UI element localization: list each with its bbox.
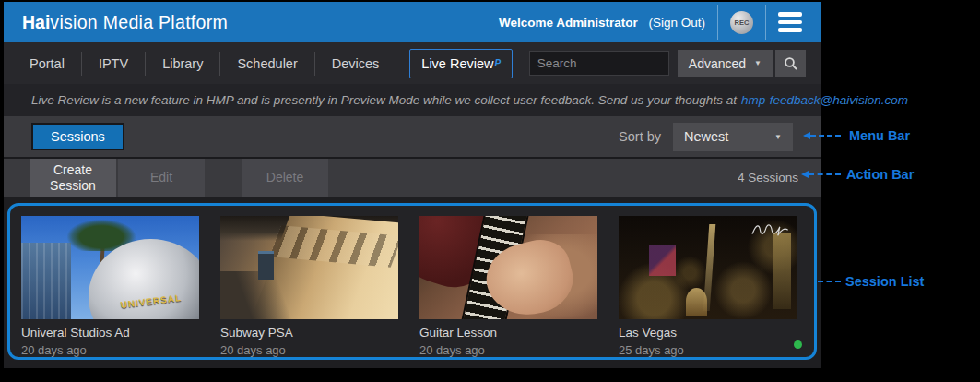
session-age: 20 days ago: [220, 343, 398, 357]
action-bar-callout-arrow: [809, 173, 841, 175]
session-card-guitar[interactable]: Guitar Lesson 20 days ago: [419, 216, 597, 357]
session-title: Las Vegas: [619, 326, 797, 340]
universal-studios-thumbnail[interactable]: UNIVERSAL: [21, 216, 199, 319]
create-session-button[interactable]: Create Session: [30, 159, 116, 197]
session-list-panel: UNIVERSAL Univeral Studios Ad 20 days ag…: [7, 203, 817, 360]
nav-divider: [396, 52, 396, 76]
session-list-callout-line: [818, 281, 841, 282]
welcome-text: Welcome Administrator: [499, 16, 638, 30]
topbar-divider: [717, 5, 718, 40]
topbar-divider: [765, 5, 766, 40]
sort-value: Newest: [684, 129, 728, 144]
preview-flag: P: [495, 58, 502, 68]
session-age: 25 days ago: [619, 343, 797, 357]
tower-shape: [773, 233, 791, 309]
logo-bold: Hai: [22, 12, 50, 32]
search-icon: [784, 56, 798, 71]
hamburger-menu-icon[interactable]: [778, 12, 802, 32]
logo-rest: vision Media Platform: [50, 12, 228, 32]
menu-bar-callout-arrow: [810, 135, 841, 137]
hmp-app-window: Haivision Media Platform Welcome Adminis…: [4, 2, 821, 368]
session-title: Subway PSA: [220, 326, 398, 340]
sort-dropdown[interactable]: Newest ▼: [673, 123, 793, 151]
delete-button: Delete: [242, 159, 328, 197]
nav-tab-scheduler[interactable]: Scheduler: [220, 42, 313, 84]
session-card-las-vegas[interactable]: Las Vegas 25 days ago: [619, 216, 797, 357]
online-status-dot: [794, 340, 802, 349]
session-age: 20 days ago: [419, 343, 597, 357]
subway-thumbnail[interactable]: [220, 216, 398, 319]
session-age: 20 days ago: [21, 343, 199, 357]
nav-tab-library[interactable]: Library: [146, 42, 219, 84]
advanced-button[interactable]: Advanced ▼: [678, 50, 773, 77]
lit-dome-shape: [686, 288, 707, 315]
chevron-down-icon: ▼: [754, 59, 762, 67]
menu-bar: Sessions Sort by Newest ▼: [4, 116, 821, 157]
session-list-callout-label: Session List: [845, 274, 924, 289]
haivision-logo: Haivision Media Platform: [22, 12, 228, 33]
preview-notice-bar: Live Review is a new feature in HMP and …: [4, 84, 821, 116]
wynn-signature-logo: [750, 221, 789, 238]
action-bar-callout-label: Action Bar: [846, 167, 914, 182]
nav-tab-portal[interactable]: Portal: [13, 42, 81, 84]
globe-lettering: UNIVERSAL: [91, 289, 199, 314]
session-title: Guitar Lesson: [419, 326, 597, 340]
nav-tab-devices[interactable]: Devices: [315, 42, 396, 84]
chevron-down-icon: ▼: [774, 133, 782, 141]
action-bar: Create Session Edit Delete 4 Sessions: [4, 159, 821, 197]
lit-building-shape: [649, 245, 676, 276]
sort-by-label: Sort by: [619, 129, 661, 144]
edit-button: Edit: [118, 159, 205, 197]
menu-bar-callout-label: Menu Bar: [849, 128, 910, 143]
screenshot-canvas: Haivision Media Platform Welcome Adminis…: [0, 0, 980, 382]
nav-bar: Portal IPTV Library Scheduler Devices Li…: [4, 42, 821, 84]
rec-badge-icon[interactable]: REC: [730, 11, 753, 34]
sign-out-link[interactable]: (Sign Out): [648, 16, 705, 30]
nav-tab-iptv[interactable]: IPTV: [82, 42, 145, 84]
nav-tab-live-review[interactable]: Live ReviewP: [409, 49, 513, 78]
session-card-universal[interactable]: UNIVERSAL Univeral Studios Ad 20 days ag…: [21, 216, 199, 357]
session-area: UNIVERSAL Univeral Studios Ad 20 days ag…: [4, 197, 821, 368]
feedback-email-link[interactable]: hmp-feedback@haivision.com: [741, 93, 908, 107]
notice-text: Live Review is a new feature in HMP and …: [31, 93, 737, 107]
search-button[interactable]: [775, 50, 806, 77]
sessions-tab-button[interactable]: Sessions: [31, 123, 124, 150]
las-vegas-thumbnail[interactable]: [619, 216, 797, 319]
session-card-subway[interactable]: Subway PSA 20 days ago: [220, 216, 398, 357]
search-input[interactable]: [529, 51, 669, 76]
top-bar: Haivision Media Platform Welcome Adminis…: [4, 2, 821, 42]
session-title: Univeral Studios Ad: [21, 326, 199, 340]
guitar-thumbnail[interactable]: [419, 216, 597, 319]
station-sign: [258, 251, 274, 280]
building-shape: [21, 243, 71, 319]
